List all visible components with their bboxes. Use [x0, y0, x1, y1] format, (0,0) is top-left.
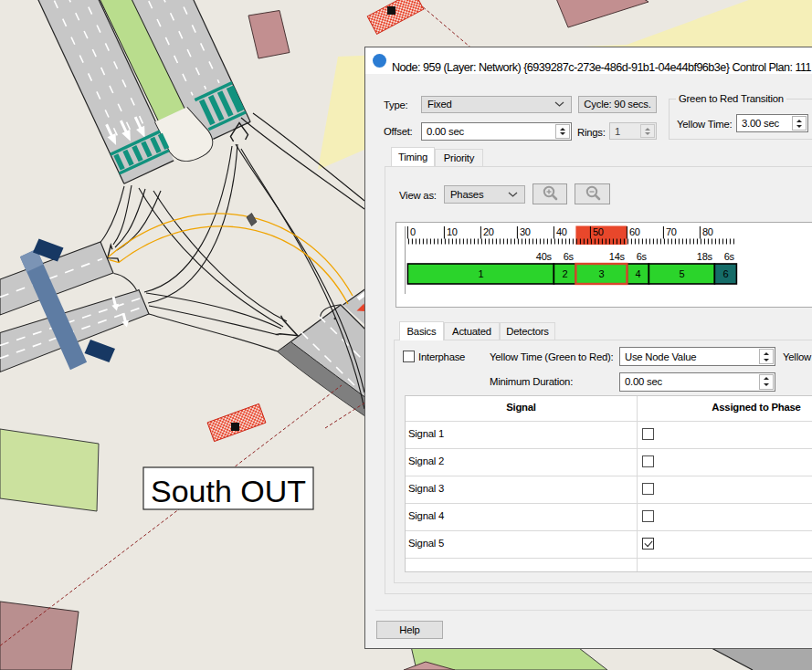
svg-text:6: 6: [722, 268, 728, 279]
svg-text:14s: 14s: [609, 251, 626, 262]
svg-text:70: 70: [666, 226, 677, 237]
svg-text:South OUT: South OUT: [151, 474, 306, 508]
svg-text:5: 5: [679, 268, 684, 279]
svg-text:2: 2: [562, 268, 567, 279]
svg-text:1: 1: [478, 268, 483, 279]
svg-text:18s: 18s: [697, 251, 713, 262]
svg-text:6s: 6s: [724, 251, 735, 262]
svg-text:10: 10: [447, 226, 458, 237]
svg-text:50: 50: [593, 226, 604, 237]
svg-text:30: 30: [520, 226, 531, 237]
svg-text:40s: 40s: [536, 251, 553, 262]
svg-text:6s: 6s: [637, 251, 648, 262]
svg-text:3: 3: [598, 268, 604, 279]
svg-text:60: 60: [629, 226, 640, 237]
svg-text:20: 20: [483, 226, 494, 237]
svg-text:6s: 6s: [564, 251, 575, 262]
svg-text:0: 0: [410, 226, 416, 237]
svg-text:80: 80: [702, 226, 713, 237]
svg-text:4: 4: [635, 268, 640, 279]
svg-text:40: 40: [556, 226, 567, 237]
